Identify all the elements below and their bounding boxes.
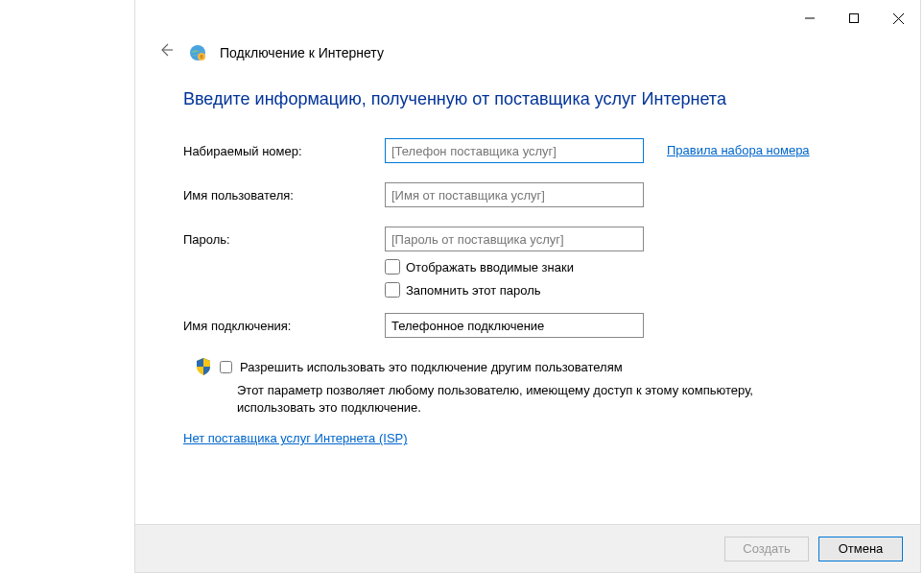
dialing-rules-link[interactable]: Правила набора номера — [667, 143, 810, 157]
minimize-button[interactable] — [788, 4, 832, 33]
button-bar: Создать Отмена — [135, 524, 920, 572]
wizard-title: Подключение к Интернету — [220, 45, 384, 60]
svg-rect-1 — [850, 14, 859, 23]
cancel-button[interactable]: Отмена — [818, 537, 903, 561]
username-input[interactable] — [385, 182, 644, 207]
label-password: Пароль: — [183, 232, 385, 247]
content-area: Введите информацию, полученную от постав… — [135, 62, 920, 524]
create-button[interactable]: Создать — [724, 537, 809, 561]
no-isp-link[interactable]: Нет поставщика услуг Интернета (ISP) — [183, 431, 408, 445]
show-chars-label: Отображать вводимые знаки — [406, 260, 574, 275]
close-button[interactable] — [876, 4, 920, 33]
share-connection-label: Разрешить использовать это подключение д… — [240, 360, 623, 374]
password-input[interactable] — [385, 227, 644, 251]
wizard-window: Подключение к Интернету Введите информац… — [134, 0, 921, 573]
row-connection-name: Имя подключения: — [183, 313, 872, 338]
show-chars-checkbox[interactable] — [385, 259, 400, 275]
password-options: Отображать вводимые знаки Запомнить этот… — [385, 259, 872, 298]
remember-password-label: Запомнить этот пароль — [406, 283, 541, 298]
label-username: Имя пользователя: — [183, 188, 385, 203]
connection-name-input[interactable] — [385, 313, 644, 338]
shield-icon — [195, 357, 212, 376]
share-description: Этот параметр позволяет любому пользоват… — [237, 382, 774, 417]
page-heading: Введите информацию, полученную от постав… — [183, 89, 872, 109]
remember-password-checkbox[interactable] — [385, 282, 400, 298]
globe-icon — [189, 44, 206, 61]
row-phone: Набираемый номер: Правила набора номера — [183, 138, 872, 163]
header: Подключение к Интернету — [135, 42, 920, 62]
share-connection-checkbox[interactable] — [220, 361, 232, 373]
label-connection-name: Имя подключения: — [183, 319, 385, 333]
back-arrow-icon[interactable] — [158, 42, 176, 62]
row-password: Пароль: — [183, 227, 872, 251]
titlebar — [135, 0, 920, 36]
label-phone: Набираемый номер: — [183, 144, 385, 158]
row-username: Имя пользователя: — [183, 182, 872, 207]
maximize-button[interactable] — [832, 4, 876, 33]
share-section: Разрешить использовать это подключение д… — [195, 357, 872, 417]
svg-rect-7 — [201, 55, 203, 59]
phone-input[interactable] — [385, 138, 644, 163]
